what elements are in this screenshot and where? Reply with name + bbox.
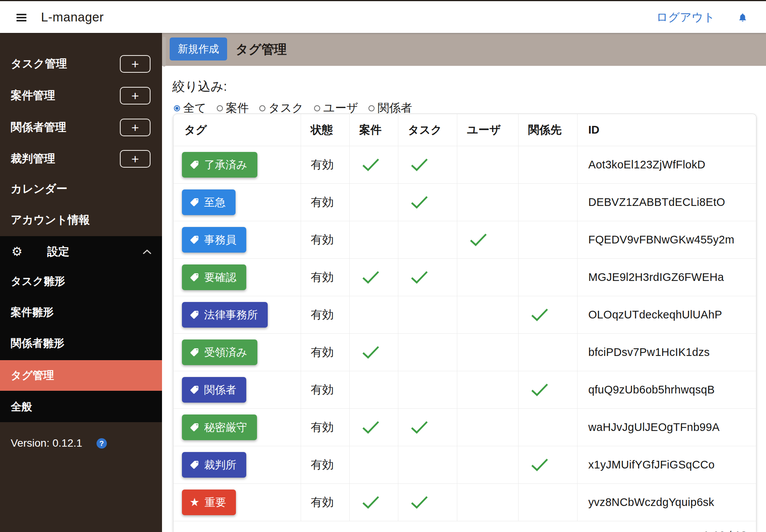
- table-row-7: 秘密厳守有効waHJvJgUlJEOgTFnb99A: [173, 408, 756, 446]
- add-button-2[interactable]: +: [120, 119, 151, 136]
- tag-chip-4[interactable]: 法律事務所: [182, 302, 268, 328]
- sidebar-subitem-2[interactable]: 関係者雛形: [0, 336, 162, 351]
- check-icon: [531, 308, 548, 322]
- tag-cell: 秘密厳守: [173, 409, 301, 446]
- check-cell-task: [398, 484, 457, 521]
- tag-label: 関係者: [204, 383, 236, 397]
- tags-table: タグ状態案件タスクユーザ関係先ID 了承済み有効Aot3koEl123ZjWfF…: [173, 114, 756, 532]
- id-cell: bfciPDsv7Pw1HcIK1dzs: [578, 334, 756, 371]
- version-label: Version: 0.12.1: [11, 437, 82, 449]
- sidebar-scrollbar-thumb[interactable]: [162, 37, 166, 67]
- check-icon: [411, 496, 428, 509]
- status-cell: 有効: [301, 484, 350, 521]
- hamburger-menu-icon[interactable]: [16, 14, 26, 21]
- logout-link[interactable]: ログアウト: [656, 9, 715, 25]
- check-cell-anken: [350, 146, 398, 183]
- tag-chip-2[interactable]: 事務員: [182, 227, 246, 253]
- radio-icon[interactable]: [314, 105, 320, 111]
- add-button-1[interactable]: +: [120, 87, 151, 104]
- tag-chip-5[interactable]: 受領済み: [182, 339, 257, 365]
- sidebar-subitem-1[interactable]: 案件雛形: [0, 305, 162, 320]
- add-button-3[interactable]: +: [120, 150, 151, 168]
- status-cell: 有効: [301, 259, 350, 296]
- column-header-2: 案件: [350, 114, 398, 146]
- tag-icon: [190, 460, 199, 470]
- check-cell-kankei: [519, 371, 578, 408]
- check-cell-task: [398, 334, 457, 371]
- check-cell-user: [457, 371, 519, 408]
- tag-cell: 事務員: [173, 221, 301, 258]
- sidebar-subitem-4[interactable]: 全般: [0, 400, 162, 414]
- tag-icon: [190, 160, 199, 170]
- sidebar-subitem-3-active[interactable]: タグ管理: [0, 360, 162, 391]
- tag-cell: 了承済み: [173, 146, 301, 183]
- tag-label: 了承済み: [204, 158, 247, 172]
- table-row-8: 裁判所有効x1yJMUifYGfJFiGSqCCo: [173, 446, 756, 483]
- sidebar-item-0[interactable]: タスク管理: [11, 56, 67, 72]
- sidebar-item-2[interactable]: 関係者管理: [11, 120, 66, 135]
- star-icon: ★: [190, 497, 200, 508]
- check-icon: [362, 496, 380, 509]
- tag-cell: 法律事務所: [173, 296, 301, 333]
- sidebar-item-3[interactable]: 裁判管理: [11, 151, 55, 166]
- column-header-4: ユーザ: [457, 114, 519, 146]
- check-cell-anken: [350, 221, 398, 258]
- version-row: Version: 0.12.1 ?: [11, 437, 107, 449]
- sidebar-settings-section: ⚙ 設定 タスク雛形案件雛形関係者雛形タグ管理全般: [0, 236, 162, 422]
- sidebar-subitem-0[interactable]: タスク雛形: [0, 274, 162, 289]
- check-cell-kankei: [519, 409, 578, 446]
- app-title: L-manager: [41, 10, 104, 24]
- tag-cell: 至急: [173, 184, 301, 221]
- tag-chip-3[interactable]: 要確認: [182, 264, 246, 290]
- add-button-0[interactable]: +: [120, 55, 151, 73]
- status-cell: 有効: [301, 409, 350, 446]
- check-icon: [411, 271, 428, 284]
- tag-chip-1[interactable]: 至急: [182, 189, 236, 215]
- tag-chip-7[interactable]: 秘密厳守: [182, 415, 257, 440]
- check-icon: [531, 458, 548, 472]
- radio-selected-icon[interactable]: [174, 105, 180, 111]
- tag-chip-0[interactable]: 了承済み: [182, 152, 257, 178]
- notification-bell-icon[interactable]: [738, 12, 748, 23]
- sidebar: タスク管理+案件管理+関係者管理+裁判管理+カレンダーアカウント情報 ⚙ 設定 …: [0, 33, 162, 532]
- check-icon: [411, 421, 428, 434]
- check-cell-kankei: [519, 259, 578, 296]
- pagination-label: 1-10 / 12: [703, 529, 747, 532]
- check-cell-kankei: [519, 446, 578, 483]
- check-cell-task: [398, 371, 457, 408]
- check-icon: [362, 346, 380, 359]
- check-cell-task: [398, 146, 457, 183]
- check-cell-task: [398, 221, 457, 258]
- sidebar-item-4[interactable]: カレンダー: [11, 181, 67, 197]
- settings-label: 設定: [47, 244, 69, 259]
- radio-icon[interactable]: [368, 105, 375, 111]
- radio-icon[interactable]: [259, 105, 265, 111]
- create-new-button[interactable]: 新規作成: [170, 38, 227, 60]
- settings-item-label: 全般: [11, 401, 32, 413]
- help-icon[interactable]: ?: [97, 438, 107, 449]
- table-header-row: タグ状態案件タスクユーザ関係先ID: [173, 114, 756, 146]
- page-title: タグ管理: [236, 41, 287, 58]
- sidebar-item-1[interactable]: 案件管理: [11, 88, 55, 103]
- tag-label: 法律事務所: [204, 308, 258, 322]
- check-cell-user: [457, 409, 519, 446]
- check-icon: [362, 421, 380, 434]
- tag-chip-6[interactable]: 関係者: [182, 377, 246, 403]
- table-row-4: 法律事務所有効OLOqzUTdeckeqhUlUAhP: [173, 296, 756, 333]
- check-cell-user: [457, 221, 519, 258]
- tag-label: 要確認: [204, 270, 236, 285]
- status-cell: 有効: [301, 146, 350, 183]
- sidebar-item-5[interactable]: アカウント情報: [11, 212, 90, 228]
- check-cell-anken: [350, 334, 398, 371]
- radio-icon[interactable]: [217, 105, 223, 111]
- check-cell-anken: [350, 409, 398, 446]
- chevron-up-icon[interactable]: [142, 249, 152, 256]
- filter-label: 絞り込み:: [172, 78, 227, 95]
- tag-chip-8[interactable]: 裁判所: [182, 452, 246, 478]
- check-cell-task: [398, 446, 457, 483]
- tag-label: 至急: [204, 195, 226, 210]
- tag-icon: [190, 235, 199, 245]
- tag-chip-9[interactable]: ★重要: [182, 490, 236, 515]
- check-icon: [411, 196, 428, 209]
- check-cell-anken: [350, 484, 398, 521]
